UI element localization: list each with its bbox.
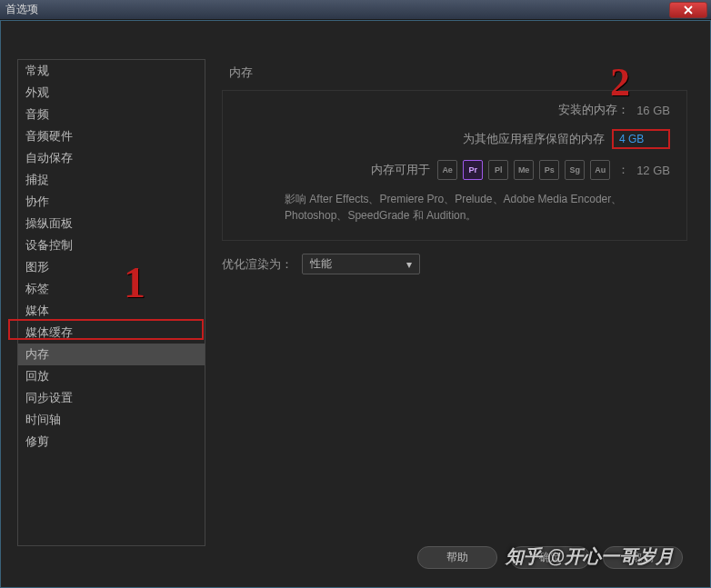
sidebar-item[interactable]: 捕捉 — [18, 169, 205, 191]
app-icon-ps: Ps — [539, 160, 559, 180]
optimize-select[interactable]: 性能 ▾ — [302, 254, 420, 274]
app-icons: AePrPlMePsSgAu — [437, 160, 610, 180]
affects-text: 影响 After Effects、Premiere Pro、Prelude、Ad… — [239, 191, 670, 224]
reserved-input[interactable]: 4 GB — [612, 129, 670, 149]
sidebar-item[interactable]: 音频 — [18, 104, 205, 125]
chevron-down-icon: ▾ — [406, 258, 412, 271]
section-title: 内存 — [222, 65, 687, 81]
ok-button[interactable]: 确定 — [510, 546, 590, 569]
app-icon-me: Me — [514, 160, 534, 180]
app-icon-ae: Ae — [437, 160, 457, 180]
sidebar-item[interactable]: 自动保存 — [18, 147, 205, 169]
installed-row: 安装的内存： 16 GB — [239, 102, 670, 118]
close-button[interactable] — [669, 2, 707, 18]
footer: 帮助 确定 取消 — [417, 546, 683, 569]
sidebar-item[interactable]: 媒体缓存 — [18, 322, 205, 344]
titlebar: 首选项 — [0, 0, 711, 20]
available-row: 内存可用于 AePrPlMePsSgAu ： 12 GB — [239, 160, 670, 180]
main-panel: 内存 安装的内存： 16 GB 为其他应用程序保留的内存 4 GB 内存可用于 … — [222, 65, 687, 274]
installed-value: 16 GB — [636, 104, 670, 117]
app-icon-pr: Pr — [463, 160, 483, 180]
sidebar-item[interactable]: 设备控制 — [18, 234, 205, 256]
sidebar-item[interactable]: 操纵面板 — [18, 213, 205, 234]
close-icon — [684, 5, 693, 15]
sidebar-item[interactable]: 内存 — [18, 344, 205, 365]
sidebar-item[interactable]: 协作 — [18, 191, 205, 213]
sidebar-item[interactable]: 标签 — [18, 278, 205, 300]
available-value: 12 GB — [636, 164, 670, 177]
sidebar: 常规外观音频音频硬件自动保存捕捉协作操纵面板设备控制图形标签媒体媒体缓存内存回放… — [17, 59, 205, 546]
cancel-button[interactable]: 取消 — [603, 546, 683, 569]
sidebar-item[interactable]: 时间轴 — [18, 409, 205, 431]
sidebar-item[interactable]: 媒体 — [18, 300, 205, 322]
sidebar-item[interactable]: 音频硬件 — [18, 125, 205, 147]
memory-block: 安装的内存： 16 GB 为其他应用程序保留的内存 4 GB 内存可用于 AeP… — [222, 90, 687, 241]
optimize-row: 优化渲染为： 性能 ▾ — [222, 254, 687, 274]
sidebar-item[interactable]: 常规 — [18, 60, 205, 82]
reserved-row: 为其他应用程序保留的内存 4 GB — [239, 129, 670, 149]
optimize-label: 优化渲染为： — [222, 256, 293, 273]
sidebar-item[interactable]: 外观 — [18, 82, 205, 104]
sidebar-item[interactable]: 图形 — [18, 256, 205, 278]
available-label: 内存可用于 — [371, 162, 430, 178]
dialog-body: 常规外观音频音频硬件自动保存捕捉协作操纵面板设备控制图形标签媒体媒体缓存内存回放… — [0, 20, 711, 588]
installed-label: 安装的内存： — [558, 102, 629, 118]
help-button[interactable]: 帮助 — [417, 546, 497, 569]
optimize-value: 性能 — [310, 256, 332, 272]
available-colon: ： — [617, 162, 629, 178]
reserved-label: 为其他应用程序保留的内存 — [463, 131, 605, 147]
app-icon-au: Au — [590, 160, 610, 180]
sidebar-item[interactable]: 回放 — [18, 365, 205, 387]
app-icon-pl: Pl — [488, 160, 508, 180]
sidebar-item[interactable]: 同步设置 — [18, 387, 205, 409]
app-icon-sg: Sg — [565, 160, 585, 180]
window-title: 首选项 — [5, 2, 38, 17]
sidebar-item[interactable]: 修剪 — [18, 431, 205, 453]
